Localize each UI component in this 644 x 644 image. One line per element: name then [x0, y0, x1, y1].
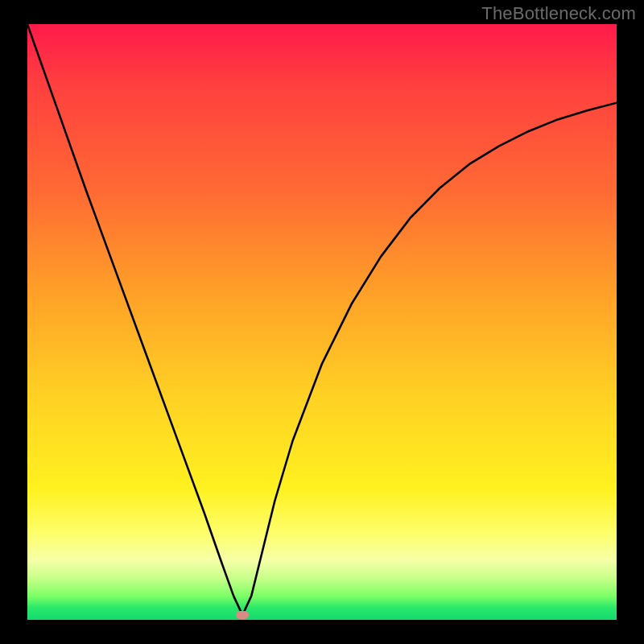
bottleneck-curve: [27, 24, 617, 620]
plot-area: [27, 24, 617, 620]
minimum-marker: [236, 611, 249, 619]
chart-frame: TheBottleneck.com: [0, 0, 644, 644]
watermark-text: TheBottleneck.com: [481, 3, 636, 24]
